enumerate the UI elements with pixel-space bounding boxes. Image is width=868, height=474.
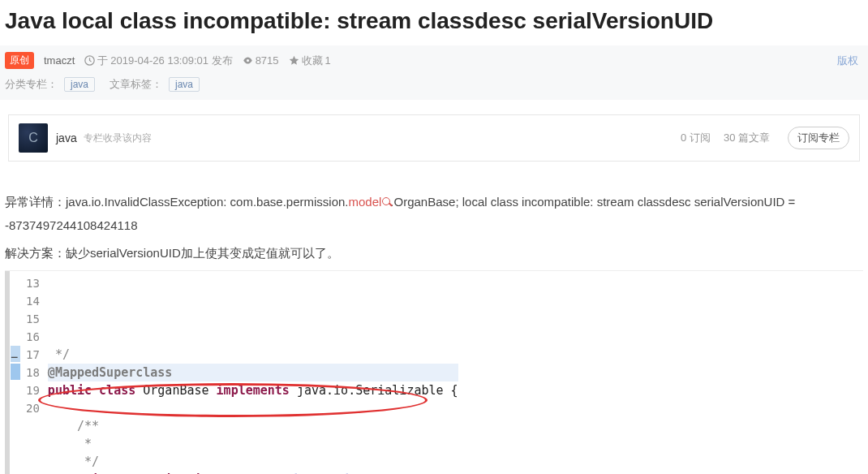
meta-bar: 原创 tmaczt 于 2019-04-26 13:09:01 发布 8715 … [0, 45, 868, 100]
article-tag[interactable]: java [169, 77, 200, 92]
original-badge: 原创 [5, 52, 34, 69]
clock-icon [84, 55, 95, 66]
column-card: C java 专栏收录该内容 0 订阅 30 篇文章 订阅专栏 [8, 114, 860, 162]
favorite-count[interactable]: 收藏 1 [289, 54, 331, 68]
exception-detail: 异常详情：java.io.InvalidClassException: com.… [5, 191, 863, 237]
view-count: 8715 [243, 54, 279, 67]
code-lines: */ @MappedSuperclass public class OrganB… [48, 271, 458, 475]
copyright-link[interactable]: 版权 [837, 54, 858, 68]
fold-mark-icon[interactable] [11, 364, 20, 380]
category-tag[interactable]: java [64, 77, 95, 92]
solution-text: 解决方案：缺少serialVersionUID加上使其变成定值就可以了。 [5, 242, 863, 265]
tag-label: 文章标签： [110, 77, 162, 92]
publish-time: 于 2019-04-26 13:09:01 发布 [84, 54, 232, 68]
column-name[interactable]: java [56, 131, 77, 144]
eye-icon [243, 55, 253, 66]
code-block: − 1314151617181920 */ @MappedSuperclass … [5, 270, 863, 475]
column-thumb[interactable]: C [19, 123, 48, 153]
search-icon [382, 197, 390, 205]
star-icon [289, 55, 299, 66]
fold-mark-icon[interactable]: − [11, 346, 20, 362]
article-content: 异常详情：java.io.InvalidClassException: com.… [0, 162, 868, 474]
subscribe-button[interactable]: 订阅专栏 [788, 127, 849, 149]
article-title: Java local class incompatible: stream cl… [0, 0, 868, 45]
category-label: 分类专栏： [5, 77, 58, 92]
model-link[interactable]: model [349, 195, 391, 209]
column-articles: 30 篇文章 [724, 131, 770, 145]
line-numbers: 1314151617181920 [21, 271, 48, 475]
fold-gutter: − [10, 271, 21, 475]
column-desc: 专栏收录该内容 [84, 131, 152, 145]
column-subscribers: 0 订阅 [681, 131, 711, 145]
author-link[interactable]: tmaczt [44, 54, 75, 67]
